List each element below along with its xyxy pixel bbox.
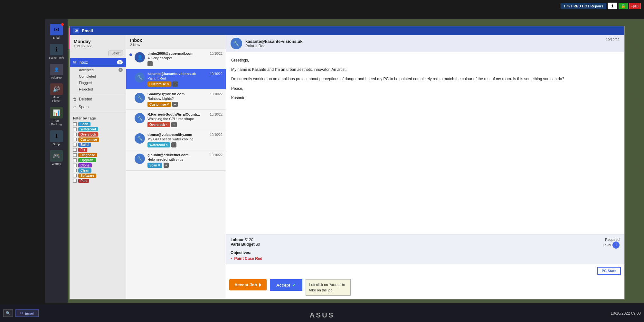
hud-icon-green: 🔒 [619,3,628,9]
email-item-5[interactable]: 🔧 donna@vulcansmithy.com 10/10/22 My GPU… [126,130,226,150]
tag-remove-overclock-4[interactable]: ✕ [166,123,168,126]
list-new-count: 2 New [130,43,222,47]
tag-pill-build[interactable]: Build [78,143,91,147]
email-subject-1: A lucky escape! [147,56,223,60]
tag-pill-scan[interactable]: Scan [78,122,90,126]
required-label: Required [605,238,620,242]
tag-pill-fix[interactable]: Fix [78,148,87,152]
email-item-6[interactable]: 🔧 g.aubin@cricketnet.com 10/10/22 Help n… [126,150,226,171]
sidebar-item-wormy[interactable]: 🎮 Wormy [48,149,65,167]
sidebar-item-sysinfo[interactable]: ℹ System Info [48,43,65,61]
labour-label: Labour [231,238,244,242]
nav-subfolder-flagged[interactable]: Flagged [70,80,126,86]
tag-checkbox-watercool[interactable] [73,128,77,131]
accept-job-button[interactable]: Accept Job [229,279,267,290]
email-tag-add-4[interactable]: + [171,122,176,127]
sidebar-item-shop[interactable]: ⬇ Shop [48,129,65,147]
nav-folder-spam[interactable]: ⚠ Spam [70,103,126,111]
tag-checkbox-upgrade[interactable] [73,158,77,162]
taskbar-search-icon[interactable]: 🔍 [3,309,13,317]
email-tag-add-1[interactable]: + [147,61,153,66]
taskbar-email-button[interactable]: ✉ Email [15,309,39,317]
tag-remove-scan-6[interactable]: ✕ [158,164,160,167]
sidebar-item-music[interactable]: 🔊 Music Player [48,82,65,104]
nav-subfolder-completed[interactable]: Completed [70,73,126,80]
email-item-4[interactable]: 🔧 R.Farrier@SouthWirralCountr... 10/10/2… [126,110,226,130]
email-content-5: donna@vulcansmithy.com 10/10/22 My GPU n… [147,133,223,147]
email-tag-overclock-4[interactable]: Overclock ✕ [147,122,170,127]
tag-checkbox-clean[interactable] [73,169,77,172]
email-content-3: ShaunyD@MrBin.com 10/10/22 Rainbow Light… [147,92,223,107]
accept-button[interactable]: Accept ✓ [270,279,302,291]
required-circle: 1 [612,242,620,249]
unread-dot-1 [129,53,132,56]
email-date-6: 10/10/22 [210,153,223,157]
wormy-icon: 🎮 [50,150,63,162]
tag-checkbox-scan[interactable] [73,122,77,126]
email-icon: ✉ [50,24,63,35]
level-label: Level [603,243,611,247]
tag-pill-customise[interactable]: Customise [78,137,99,142]
email-date-1: 10/10/22 [210,52,223,55]
nav-subfolder-rejected[interactable]: Rejected [70,86,126,92]
tag-remove-customise-3[interactable]: ✕ [166,103,169,106]
tag-checkbox-part[interactable] [73,179,77,183]
asus-logo: ASUS [309,311,334,319]
tag-pill-clone[interactable]: Clone [78,163,92,167]
sidebar-item-email[interactable]: ✉ Email [48,23,65,41]
email-content-4: R.Farrier@SouthWirralCountr... 10/10/22 … [147,112,223,127]
tag-checkbox-software[interactable] [73,174,77,177]
tag-row-part: Part [73,179,123,183]
tag-pill-upgrade[interactable]: Upgrade [78,158,96,162]
tag-pill-clean[interactable]: Clean [78,168,91,173]
email-tag-customise-2[interactable]: Customise ✕ [147,81,171,87]
email-tags-4: Overclock ✕ + [147,122,223,127]
email-detail-body: Greetings, My name is Kasante and I'm an… [226,52,624,234]
nav-divider [70,94,126,94]
accepted-badge: 4 [118,68,123,72]
tag-remove-customise-2[interactable]: ✕ [166,82,169,86]
tag-pill-part[interactable]: Part [78,179,89,183]
nav-date-date: 10/10/2022 [74,44,122,48]
nav-folder-inbox[interactable]: ✉ Inbox 6 [70,58,126,67]
sysinfo-icon-label: System Info [49,56,64,60]
parts-icon: 📊 [50,107,63,118]
tag-remove-watercool-5[interactable]: ✕ [166,143,168,147]
body-intro: My name is Kasante and I'm an urban aest… [231,67,619,73]
tag-checkbox-diagnose[interactable] [73,153,77,157]
email-tag-scan-6[interactable]: Scan ✕ [147,163,162,168]
sidebar-item-addpro[interactable]: 👤 Add/Pro [48,62,65,81]
tag-checkbox-overclock[interactable] [73,133,77,136]
tag-checkbox-build[interactable] [73,143,77,147]
tag-checkbox-clone[interactable] [73,164,77,167]
tag-checkbox-customise[interactable] [73,138,77,141]
inbox-label: Inbox [79,60,88,65]
email-tag-add-6[interactable]: + [164,163,169,168]
select-button[interactable]: Select [109,51,123,56]
tag-pill-watercool[interactable]: Watercool [78,127,98,131]
email-tag-add-2[interactable]: + [172,81,177,87]
email-tag-add-3[interactable]: + [172,102,177,107]
sidebar-item-parts[interactable]: 📊 Part Ranking [48,106,65,128]
email-subject-4: Whipping the CPU into shape [147,117,223,121]
email-tag-watercool-5[interactable]: Watercool ✕ [147,142,170,147]
email-item-2[interactable]: 🔧 kasante@kasante-visions.uk 10/10/22 Pa… [126,69,226,90]
tag-pill-overclock[interactable]: Overclock [78,132,98,137]
labour-value: $120 [245,238,253,242]
nav-date-day: Monday [74,39,122,44]
tag-pill-diagnose[interactable]: Diagnose [78,153,97,157]
pc-stats-button[interactable]: PC Stats [597,267,621,275]
email-tag-customise-3[interactable]: Customise ✕ [147,102,171,107]
nav-subfolder-accepted[interactable]: Accepted 4 [70,67,126,73]
email-item-3[interactable]: 🔧 ShaunyD@MrBin.com 10/10/22 Rainbow Lig… [126,90,226,110]
tag-pill-software[interactable]: Software [78,174,96,178]
inbox-icon: ✉ [73,60,77,65]
nav-folder-deleted[interactable]: 🗑 Deleted [70,95,126,103]
email-top-row-5: donna@vulcansmithy.com 10/10/22 [147,133,223,137]
email-titlebar: ✉ Email [70,26,624,35]
email-item-1[interactable]: 👤 timbo2000@supermail.com 10/10/22 A luc… [126,49,226,69]
tag-checkbox-fix[interactable] [73,148,77,152]
parts-value: $0 [256,242,260,247]
email-subject-5: My GPU needs water cooling [147,137,223,141]
email-tag-add-5[interactable]: + [171,142,176,147]
